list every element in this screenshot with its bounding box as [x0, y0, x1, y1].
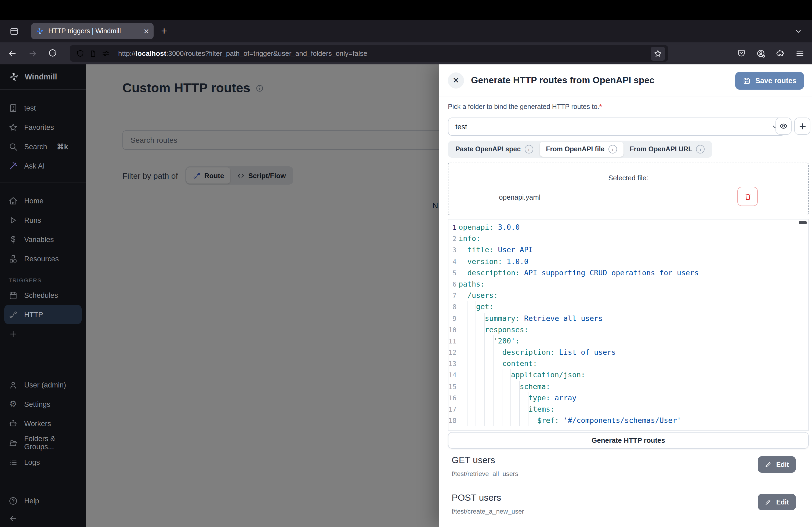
- brand-label: Windmill: [25, 73, 57, 81]
- sidebar-item-label: Runs: [24, 216, 41, 224]
- line-number: 5: [448, 267, 456, 278]
- tab-title: HTTP triggers | Windmill: [48, 27, 139, 35]
- spec-source-tab[interactable]: From OpenAPI URL i: [623, 142, 711, 157]
- forward-button[interactable]: [28, 48, 38, 58]
- line-number: 6: [448, 278, 456, 290]
- account-icon[interactable]: [756, 48, 766, 58]
- logs-icon: [9, 457, 18, 467]
- sidebar-workspace-group: test Favorites Search ⌘k: [0, 90, 86, 176]
- new-tab-button[interactable]: +: [161, 25, 167, 37]
- browser-tab-strip: HTTP triggers | Windmill ✕ +: [0, 20, 812, 42]
- sidebar-item[interactable]: Home: [0, 191, 86, 210]
- openapi-spec-editor[interactable]: 1openapi:3.0.0 2info: 3title:User API 4v…: [448, 219, 809, 431]
- generated-route-row: GET users f/test/retrieve_all_users Edit: [452, 455, 796, 490]
- save-routes-button[interactable]: Save routes: [736, 72, 804, 89]
- add-folder-button[interactable]: [794, 118, 810, 135]
- close-button[interactable]: ✕: [448, 73, 464, 89]
- yaml-value: API supporting CRUD operations for users: [524, 267, 699, 278]
- sidebar-item[interactable]: ⚙ Settings: [0, 394, 86, 414]
- trash-icon: [743, 192, 752, 200]
- line-number: 9: [448, 313, 456, 324]
- url-bar[interactable]: http://localhost:3000/routes?filter_path…: [70, 45, 668, 62]
- editor-line: 7/users:: [448, 290, 808, 301]
- screen: HTTP triggers | Windmill ✕ + http://loca…: [0, 0, 812, 527]
- indent-guides: [459, 381, 520, 392]
- indent-guides: [459, 415, 537, 426]
- editor-line: 4version:1.0.0: [448, 256, 808, 267]
- sidebar-item[interactable]: Logs: [0, 452, 86, 472]
- folder-select[interactable]: test: [448, 118, 785, 136]
- sidebar-item-label: Folders & Groups...: [24, 435, 77, 451]
- brand[interactable]: Windmill: [0, 64, 86, 89]
- sidebar-item[interactable]: HTTP: [4, 305, 82, 324]
- sidebar-item[interactable]: Variables: [0, 230, 86, 249]
- editor-scrollbar-thumb[interactable]: [799, 221, 807, 224]
- play-icon: [9, 215, 18, 225]
- spec-source-tab[interactable]: From OpenAPI file i: [539, 142, 623, 157]
- generated-route-row: POST users f/test/create_a_new_user Edit: [452, 493, 796, 527]
- spec-source-tabs: Paste OpenAPI spec i From OpenAPI file i…: [448, 140, 712, 158]
- sidebar: Windmill test Favorites: [0, 64, 86, 527]
- sidebar-item-help[interactable]: Help: [0, 491, 86, 510]
- sidebar-collapse-button[interactable]: [0, 510, 86, 527]
- editor-line: 1openapi:3.0.0: [448, 222, 808, 233]
- browser-toolbar: http://localhost:3000/routes?filter_path…: [0, 42, 812, 64]
- yaml-key: description:: [467, 267, 520, 278]
- sidebar-item[interactable]: Resources: [0, 249, 86, 268]
- menu-hamburger-icon[interactable]: [795, 49, 804, 58]
- edit-route-button[interactable]: Edit: [758, 494, 796, 510]
- sidebar-item-label: User (admin): [24, 381, 66, 389]
- sidebar-item[interactable]: Ask AI: [0, 156, 86, 176]
- tab-list-chevron-icon[interactable]: [794, 20, 802, 42]
- sidebar-bottom: User (admin) ⚙ Settings Workers: [0, 375, 86, 527]
- view-folder-button[interactable]: [775, 118, 792, 135]
- sidebar-item[interactable]: Runs: [0, 210, 86, 230]
- reload-button[interactable]: [48, 49, 57, 58]
- remove-file-button[interactable]: [737, 187, 758, 206]
- line-number: 14: [448, 370, 456, 381]
- drawer-header: ✕ Generate HTTP routes from OpenAPI spec…: [439, 64, 812, 97]
- arrow-left-icon: [9, 514, 18, 523]
- editor-line: 9summary:Retrieve all users: [448, 313, 808, 324]
- route-icon: [9, 310, 18, 319]
- indent-guides: [459, 256, 467, 267]
- indent-guides: [459, 267, 467, 278]
- permissions-icon[interactable]: [102, 49, 110, 58]
- close-icon: ✕: [452, 76, 459, 85]
- spec-source-tab[interactable]: Paste OpenAPI spec i: [449, 142, 539, 157]
- sidebar-item[interactable]: Search ⌘k: [0, 137, 86, 156]
- page-info-icon[interactable]: [89, 50, 97, 57]
- sidebar-item[interactable]: User (admin): [0, 375, 86, 394]
- sidebar-item[interactable]: Schedules: [0, 286, 86, 305]
- filter-toggle: Route Script/Flow: [186, 166, 293, 185]
- sidebar-item[interactable]: test: [0, 98, 86, 118]
- menu-bar: [0, 0, 812, 20]
- bookmark-star-icon[interactable]: [651, 46, 665, 60]
- firefox-view-icon[interactable]: [6, 24, 21, 39]
- filter-option-route[interactable]: Route: [187, 167, 231, 183]
- edit-route-button[interactable]: Edit: [758, 456, 796, 473]
- info-icon[interactable]: i: [524, 145, 533, 153]
- pocket-icon[interactable]: [737, 49, 746, 58]
- info-icon[interactable]: [256, 84, 264, 92]
- line-number: 2: [448, 233, 456, 244]
- extensions-icon[interactable]: [776, 49, 785, 58]
- browser-tab[interactable]: HTTP triggers | Windmill ✕: [31, 23, 154, 39]
- sidebar-item[interactable]: Workers: [0, 414, 86, 433]
- generate-http-routes-button[interactable]: Generate HTTP routes: [448, 432, 809, 449]
- sidebar-add-trigger-button[interactable]: [0, 324, 86, 344]
- filter-option-script-flow[interactable]: Script/Flow: [230, 167, 292, 183]
- sidebar-item[interactable]: Folders & Groups...: [0, 433, 86, 452]
- tab-close-icon[interactable]: ✕: [143, 28, 149, 35]
- info-icon[interactable]: i: [696, 145, 705, 153]
- sidebar-item[interactable]: Favorites: [0, 118, 86, 137]
- back-button[interactable]: [8, 48, 17, 58]
- file-dropzone[interactable]: Selected file: openapi.yaml: [448, 163, 809, 215]
- shield-icon[interactable]: [76, 49, 84, 57]
- info-icon[interactable]: i: [608, 145, 617, 153]
- yaml-value: User API: [498, 244, 533, 256]
- route-title: GET users: [452, 455, 796, 466]
- line-number: 13: [448, 358, 456, 370]
- sidebar-item-label: test: [24, 104, 36, 112]
- yaml-key: '200':: [494, 335, 520, 347]
